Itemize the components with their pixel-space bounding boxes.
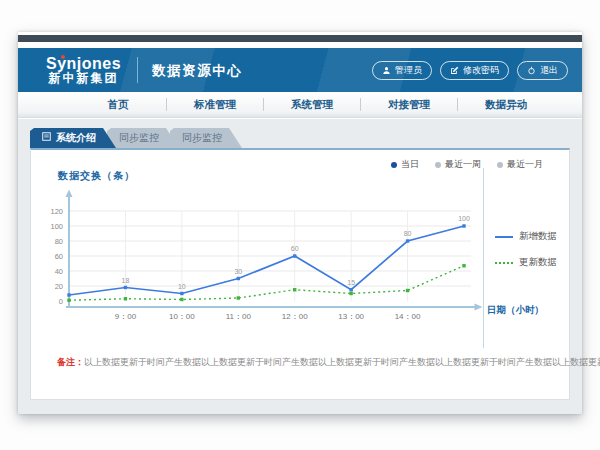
x-axis-title: 日期（小时） xyxy=(487,304,544,317)
line-chart: 0204060801001209：0010：0011：0012：0013：001… xyxy=(39,186,485,326)
svg-text:80: 80 xyxy=(404,230,412,237)
time-range-filter: 当日 最近一周 最近一月 xyxy=(391,158,543,171)
svg-text:10：00: 10：00 xyxy=(169,312,195,321)
svg-text:10: 10 xyxy=(178,283,186,290)
logo-text-cn: 新中新集团 xyxy=(46,72,121,85)
tab-system-intro[interactable]: 系统介绍 xyxy=(30,128,116,148)
svg-text:0: 0 xyxy=(59,297,63,306)
legend-label: 更新数据 xyxy=(519,256,557,269)
svg-text:15: 15 xyxy=(347,279,355,286)
admin-user-button[interactable]: 管理员 xyxy=(372,61,432,80)
filter-option-last-month[interactable]: 最近一月 xyxy=(497,158,543,171)
power-icon xyxy=(527,66,536,75)
svg-text:20: 20 xyxy=(55,282,63,291)
window-top-strip xyxy=(18,35,582,42)
tab-sync-monitor-2[interactable]: 同步监控 xyxy=(170,128,242,148)
svg-text:13：00: 13：00 xyxy=(338,312,364,321)
filter-label: 当日 xyxy=(401,158,419,171)
user-icon xyxy=(382,66,391,75)
chart-legend: 新增数据 更新数据 xyxy=(495,230,557,269)
y-axis-title: 数据交换（条） xyxy=(58,169,135,183)
radio-dot-icon xyxy=(497,162,503,168)
main-nav: 首页 标准管理 系统管理 对接管理 数据异动 xyxy=(18,92,582,118)
legend-label: 新增数据 xyxy=(519,230,557,243)
radio-dot-icon xyxy=(435,162,441,168)
svg-text:14：00: 14：00 xyxy=(395,312,421,321)
change-password-label: 修改密码 xyxy=(463,64,499,77)
svg-text:80: 80 xyxy=(55,237,63,246)
nav-item-standard-mgmt[interactable]: 标准管理 xyxy=(167,98,263,112)
edit-icon xyxy=(450,66,459,75)
admin-user-label: 管理员 xyxy=(395,64,422,77)
logo-red-dot-icon xyxy=(61,55,65,59)
tab-label: 系统介绍 xyxy=(56,128,96,148)
page-title: 数据资源中心 xyxy=(152,60,242,80)
svg-text:12：00: 12：00 xyxy=(282,312,308,321)
tab-bar: 系统介绍 同步监控 同步监控 xyxy=(30,128,233,148)
footnote-text: 以上数据更新于时间产生数据以上数据更新于时间产生数据以上数据更新于时间产生数据以… xyxy=(84,357,600,367)
svg-text:9：00: 9：00 xyxy=(115,312,137,321)
nav-item-data-change[interactable]: 数据异动 xyxy=(458,98,554,112)
svg-text:60: 60 xyxy=(55,252,63,261)
svg-text:100: 100 xyxy=(50,222,63,231)
svg-text:40: 40 xyxy=(55,267,63,276)
tab-label: 同步监控 xyxy=(182,132,222,143)
filter-option-today[interactable]: 当日 xyxy=(391,158,419,171)
svg-text:18: 18 xyxy=(122,277,130,284)
content-area: 系统介绍 同步监控 同步监控 当日 最近一周 xyxy=(18,119,582,414)
footnote-label: 备注： xyxy=(57,357,84,367)
legend-item-new-data[interactable]: 新增数据 xyxy=(495,230,557,243)
filter-option-last-week[interactable]: 最近一周 xyxy=(435,158,481,171)
logo: Synjones 新中新集团 xyxy=(46,55,121,86)
tab-label: 同步监控 xyxy=(119,132,159,143)
solid-line-icon xyxy=(495,236,513,238)
document-icon xyxy=(42,128,51,148)
logout-button[interactable]: 退出 xyxy=(517,61,568,80)
svg-text:30: 30 xyxy=(234,268,242,275)
filter-label: 最近一月 xyxy=(507,158,543,171)
header-divider xyxy=(137,57,138,83)
filter-label: 最近一周 xyxy=(445,158,481,171)
change-password-button[interactable]: 修改密码 xyxy=(440,61,509,80)
app-header: Synjones 新中新集团 数据资源中心 管理员 修改密码 退出 xyxy=(18,48,582,92)
tab-sync-monitor-1[interactable]: 同步监控 xyxy=(107,128,179,148)
chart-panel: 当日 最近一周 最近一月 数据交换（条） 0204060801001209：00… xyxy=(30,148,570,400)
app-window: Synjones 新中新集团 数据资源中心 管理员 修改密码 退出 xyxy=(18,32,582,414)
nav-item-integration-mgmt[interactable]: 对接管理 xyxy=(361,98,457,112)
footnote: 备注：以上数据更新于时间产生数据以上数据更新于时间产生数据以上数据更新于时间产生… xyxy=(57,356,600,369)
radio-dot-icon xyxy=(391,162,397,168)
svg-text:100: 100 xyxy=(458,215,470,222)
page-background: Synjones 新中新集团 数据资源中心 管理员 修改密码 退出 xyxy=(0,0,600,450)
logo-text-en: Synjones xyxy=(46,55,121,73)
nav-item-system-mgmt[interactable]: 系统管理 xyxy=(264,98,360,112)
nav-item-home[interactable]: 首页 xyxy=(70,98,166,112)
logout-label: 退出 xyxy=(540,64,558,77)
user-area: 管理员 修改密码 退出 xyxy=(372,61,568,80)
panel-divider xyxy=(483,168,484,348)
svg-text:11：00: 11：00 xyxy=(226,312,252,321)
svg-text:120: 120 xyxy=(50,207,63,216)
legend-item-updated-data[interactable]: 更新数据 xyxy=(495,256,557,269)
svg-text:60: 60 xyxy=(291,245,299,252)
dotted-line-icon xyxy=(495,262,513,264)
